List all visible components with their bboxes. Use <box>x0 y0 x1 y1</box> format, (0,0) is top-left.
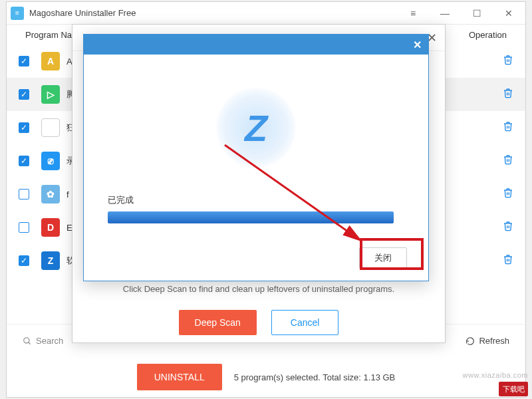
progress-modal: ✕ Z 已完成 关闭 <box>83 34 429 281</box>
checkbox[interactable] <box>19 189 29 200</box>
checkbox[interactable]: ✓ <box>19 56 29 66</box>
refresh-icon <box>466 336 475 346</box>
titlebar: ≡ Magoshare Uninstaller Free ≡ — ☐ ✕ <box>7 2 525 25</box>
settings-icon[interactable]: ≡ <box>404 5 422 22</box>
close-button[interactable]: ✕ <box>500 5 517 22</box>
trash-icon[interactable] <box>503 154 513 168</box>
trash-icon[interactable] <box>503 188 513 201</box>
program-label: f <box>66 190 69 200</box>
progress-close-button[interactable]: 关闭 <box>359 247 407 269</box>
deepscan-button[interactable]: Deep Scan <box>179 310 257 335</box>
program-icon: Z <box>41 251 60 270</box>
window-title: Magoshare Uninstaller Free <box>29 8 404 18</box>
progress-done-label: 已完成 <box>108 194 408 206</box>
deepscan-buttons: Deep Scan Cancel <box>92 310 425 335</box>
watermark-url: www.xiazaiba.com <box>463 371 528 379</box>
trash-icon[interactable] <box>503 121 513 134</box>
cancel-button[interactable]: Cancel <box>271 310 339 335</box>
refresh-label: Refresh <box>479 336 509 346</box>
svg-point-0 <box>24 337 29 342</box>
program-icon: A <box>41 52 60 70</box>
progress-bar <box>108 211 394 223</box>
progress-fill <box>108 211 394 223</box>
search-box[interactable]: Search <box>23 336 63 346</box>
refresh-button[interactable]: Refresh <box>466 336 509 346</box>
deepscan-hint: Click Deep Scan to find and clean up lef… <box>92 284 425 294</box>
selection-status: 5 program(s) selected. Total size: 1.13 … <box>234 372 396 382</box>
program-icon: ▷ <box>41 85 60 104</box>
checkbox[interactable]: ✓ <box>19 89 29 100</box>
app-logo-icon: ≡ <box>11 7 24 20</box>
program-icon: ⎚ <box>41 152 60 170</box>
checkbox[interactable]: ✓ <box>19 255 29 266</box>
trash-icon[interactable] <box>503 88 513 101</box>
progress-title-close-icon[interactable]: ✕ <box>413 39 422 51</box>
window-controls: ≡ — ☐ ✕ <box>404 5 517 22</box>
column-operation: Operation <box>469 30 507 40</box>
program-icon: ✿ <box>41 185 60 203</box>
program-icon: D <box>41 218 60 237</box>
program-icon <box>41 118 60 137</box>
checkbox[interactable] <box>19 222 29 233</box>
trash-icon[interactable] <box>503 254 513 267</box>
trash-icon[interactable] <box>503 55 513 68</box>
search-icon <box>23 336 32 346</box>
search-placeholder: Search <box>36 336 63 346</box>
progress-logo: Z <box>216 88 296 168</box>
svg-line-1 <box>29 342 31 344</box>
uninstall-bar: UNINSTALL 5 program(s) selected. Total s… <box>7 357 525 397</box>
trash-icon[interactable] <box>503 221 513 234</box>
checkbox[interactable]: ✓ <box>19 156 29 166</box>
progress-logo-letter: Z <box>245 106 267 150</box>
progress-titlebar: ✕ <box>84 35 428 55</box>
uninstall-button[interactable]: UNINSTALL <box>137 364 222 390</box>
checkbox[interactable]: ✓ <box>19 122 29 133</box>
maximize-button[interactable]: ☐ <box>468 5 485 22</box>
watermark-badge: 下载吧 <box>499 382 528 396</box>
minimize-button[interactable]: — <box>436 5 454 22</box>
progress-body: Z 已完成 关闭 <box>84 55 428 281</box>
